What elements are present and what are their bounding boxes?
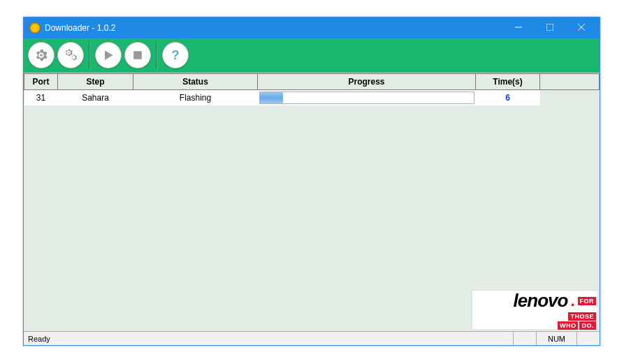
statusbar: Ready NUM	[24, 331, 600, 345]
tagline-who: WHO	[558, 321, 579, 330]
cell-step: Sahara	[58, 90, 133, 106]
cell-progress	[258, 90, 476, 106]
settings-button[interactable]	[28, 42, 55, 68]
cell-port: 31	[24, 90, 58, 106]
stop-button[interactable]	[124, 42, 151, 68]
help-icon: ?	[168, 48, 183, 63]
svg-text:?: ?	[171, 48, 179, 62]
header-step[interactable]: Step	[58, 74, 133, 90]
start-button[interactable]	[95, 42, 122, 68]
table-header-row: Port Step Status Progress Time(s)	[24, 74, 600, 90]
status-ready: Ready	[24, 335, 513, 343]
header-progress[interactable]: Progress	[258, 74, 476, 90]
window-controls	[502, 17, 597, 38]
close-button[interactable]	[565, 17, 597, 37]
tagline-do: DO.	[579, 321, 596, 330]
tagline-for: FOR	[578, 297, 597, 305]
status-indicator-num: NUM	[536, 332, 576, 345]
minimize-icon	[515, 24, 522, 31]
gears-icon	[63, 48, 78, 63]
brand-name: lenovo	[514, 290, 568, 312]
progress-bar	[259, 92, 474, 104]
header-time[interactable]: Time(s)	[476, 74, 540, 90]
header-status[interactable]: Status	[133, 74, 258, 90]
status-indicator-cap	[513, 332, 536, 345]
toolbar-separator	[156, 42, 157, 68]
downloads-table: Port Step Status Progress Time(s) 31 Sah…	[24, 73, 600, 105]
maximize-button[interactable]	[534, 17, 565, 37]
toolbar: ?	[24, 38, 600, 73]
svg-rect-1	[546, 24, 553, 31]
application-window: Downloader - 1.0.2 ?	[23, 17, 600, 346]
gear-icon	[34, 48, 49, 63]
svg-rect-4	[133, 51, 142, 59]
cell-time: 6	[476, 90, 540, 106]
content-area: Port Step Status Progress Time(s) 31 Sah…	[24, 73, 600, 331]
cell-extra	[540, 90, 600, 106]
window-title: Downloader - 1.0.2	[45, 23, 502, 33]
stop-icon	[131, 48, 145, 62]
app-icon	[29, 22, 41, 34]
tagline-those: THOSE	[568, 312, 596, 321]
help-button[interactable]: ?	[162, 42, 189, 68]
titlebar[interactable]: Downloader - 1.0.2	[24, 17, 600, 38]
minimize-button[interactable]	[502, 17, 534, 37]
table-row[interactable]: 31 Sahara Flashing 6	[24, 90, 600, 106]
header-extra[interactable]	[540, 74, 600, 90]
cell-status: Flashing	[133, 90, 258, 106]
play-icon	[101, 48, 115, 62]
progress-fill	[260, 92, 284, 103]
close-icon	[578, 24, 585, 31]
header-port[interactable]: Port	[24, 74, 58, 90]
status-indicator-scrl	[576, 332, 600, 345]
time-value: 6	[505, 93, 510, 103]
advanced-settings-button[interactable]	[57, 42, 84, 68]
brand-logo: lenovo. FOR THOSE WHO DO.	[472, 290, 597, 329]
toolbar-separator	[89, 42, 90, 68]
maximize-icon	[546, 24, 553, 31]
brand-dot: .	[570, 292, 574, 310]
